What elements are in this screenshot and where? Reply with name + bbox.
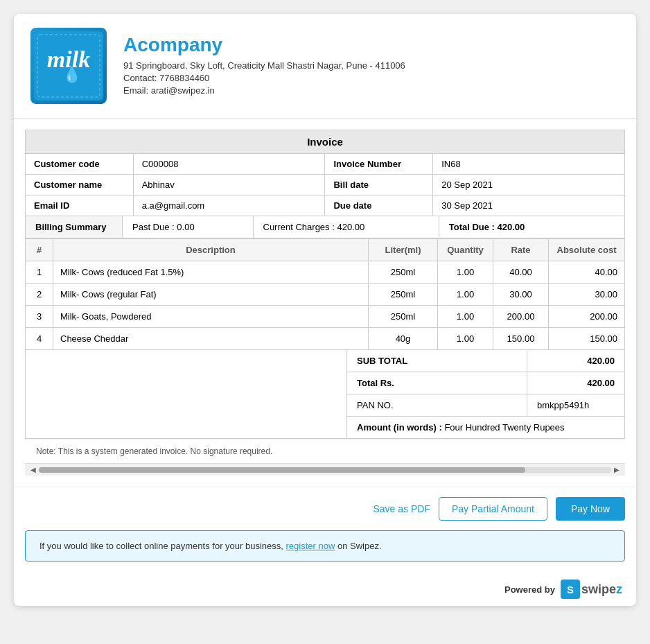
sub-total-row: SUB TOTAL 420.00 — [347, 350, 624, 372]
billing-summary-label: Billing Summary — [26, 216, 123, 238]
table-row: 1 Milk- Cows (reduced Fat 1.5%) 250ml 1.… — [26, 261, 625, 284]
scrollbar-track[interactable] — [39, 467, 611, 473]
svg-text:S: S — [567, 584, 574, 595]
billing-summary: Billing Summary Past Due : 0.00 Current … — [25, 216, 625, 238]
company-info: Acompany 91 Springboard, Sky Loft, Creat… — [123, 34, 405, 98]
row-description: Milk- Cows (reduced Fat 1.5%) — [53, 261, 369, 284]
col-num: # — [26, 239, 53, 261]
promo-banner: If you would like to collect online paym… — [25, 530, 625, 562]
items-table: # Description Liter(ml) Quantity Rate Ab… — [25, 238, 625, 350]
col-quantity: Quantity — [438, 239, 493, 261]
row-cost: 40.00 — [549, 261, 625, 284]
col-cost: Absolute cost — [549, 239, 625, 261]
table-row: 2 Milk- Cows (regular Fat) 250ml 1.00 30… — [26, 284, 625, 306]
svg-text:💧: 💧 — [62, 65, 82, 84]
amount-words-row: Amount (in words) : Four Hundred Twenty … — [347, 417, 624, 438]
total-value: 420.00 — [527, 372, 624, 394]
pan-label: PAN NO. — [347, 394, 527, 416]
amount-words-text: Amount (in words) : Four Hundred Twenty … — [347, 417, 574, 438]
customer-name-label: Customer name — [26, 175, 134, 195]
register-now-link[interactable]: register now — [286, 541, 335, 551]
summary-section: SUB TOTAL 420.00 Total Rs. 420.00 PAN NO… — [25, 350, 625, 439]
row-rate: 30.00 — [493, 284, 549, 306]
pay-partial-button[interactable]: Pay Partial Amount — [439, 497, 547, 521]
scroll-right-arrow[interactable]: ▶ — [611, 466, 622, 473]
row-cost: 200.00 — [549, 306, 625, 328]
email-id-label: Email ID — [26, 195, 134, 216]
action-bar: Save as PDF Pay Partial Amount Pay Now — [14, 487, 636, 530]
col-description: Description — [53, 239, 369, 261]
pan-row: PAN NO. bmkpp5491h — [347, 394, 624, 417]
summary-left-empty — [26, 350, 347, 438]
customer-name-value: Abhinav — [133, 175, 325, 195]
sub-total-label: SUB TOTAL — [347, 350, 527, 372]
table-row: 3 Milk- Goats, Powdered 250ml 1.00 200.0… — [26, 306, 625, 328]
table-row: 4 Cheese Cheddar 40g 1.00 150.00 150.00 — [26, 328, 625, 350]
pay-now-button[interactable]: Pay Now — [556, 497, 625, 521]
row-num: 2 — [26, 284, 53, 306]
invoice-container: Invoice Customer code C000008 Invoice Nu… — [14, 130, 636, 487]
row-description: Milk- Cows (regular Fat) — [53, 284, 369, 306]
promo-text-before: If you would like to collect online paym… — [39, 541, 286, 551]
email-id-value: a.a@gmail.com — [133, 195, 325, 216]
row-cost: 150.00 — [549, 328, 625, 350]
row-cost: 30.00 — [549, 284, 625, 306]
customer-code-label: Customer code — [26, 154, 134, 175]
row-liter: 250ml — [369, 261, 438, 284]
company-contact: Contact: 7768834460 — [123, 73, 405, 83]
row-num: 3 — [26, 306, 53, 328]
row-quantity: 1.00 — [438, 328, 493, 350]
amount-words-value: Four Hundred Twenty Rupees — [444, 422, 564, 433]
summary-right: SUB TOTAL 420.00 Total Rs. 420.00 PAN NO… — [347, 350, 624, 438]
scroll-left-arrow[interactable]: ◀ — [28, 466, 39, 473]
row-rate: 200.00 — [493, 306, 549, 328]
scrollbar-area[interactable]: ◀ ▶ — [25, 463, 625, 476]
total-label: Total Rs. — [347, 372, 527, 394]
col-liter: Liter(ml) — [369, 239, 438, 261]
total-due-cell: Total Due : 420.00 — [439, 216, 624, 238]
row-num: 1 — [26, 261, 53, 284]
row-liter: 40g — [369, 328, 438, 350]
pan-value: bmkpp5491h — [527, 394, 624, 416]
row-quantity: 1.00 — [438, 261, 493, 284]
row-description: Cheese Cheddar — [53, 328, 369, 350]
invoice-title: Invoice — [25, 130, 625, 153]
bill-date-value: 20 Sep 2021 — [433, 175, 625, 195]
sub-total-value: 420.00 — [527, 350, 624, 372]
total-row: Total Rs. 420.00 — [347, 372, 624, 394]
promo-text-after: on Swipez. — [335, 541, 381, 551]
current-charges-cell: Current Charges : 420.00 — [254, 216, 439, 238]
scrollbar-thumb[interactable] — [39, 467, 525, 473]
invoice-page: milk 💧 Acompany 91 Springboard, Sky Loft… — [14, 14, 636, 606]
info-table: Customer code C000008 Invoice Number IN6… — [25, 153, 625, 216]
company-address: 91 Springboard, Sky Loft, Creaticity Mal… — [123, 60, 405, 71]
customer-code-value: C000008 — [133, 154, 325, 175]
save-pdf-button[interactable]: Save as PDF — [373, 503, 430, 514]
row-quantity: 1.00 — [438, 284, 493, 306]
due-date-label: Due date — [325, 195, 433, 216]
company-name: Acompany — [123, 34, 405, 56]
invoice-number-label: Invoice Number — [325, 154, 433, 175]
row-num: 4 — [26, 328, 53, 350]
company-logo: milk 💧 — [30, 28, 107, 104]
swipez-logo: S swipez — [561, 580, 622, 599]
invoice-number-value: IN68 — [433, 154, 625, 175]
header: milk 💧 Acompany 91 Springboard, Sky Loft… — [14, 14, 636, 119]
past-due-cell: Past Due : 0.00 — [123, 216, 254, 238]
row-liter: 250ml — [369, 284, 438, 306]
invoice-note: Note: This is a system generated invoice… — [25, 439, 625, 463]
company-email: Email: arati@swipez.in — [123, 85, 405, 96]
bill-date-label: Bill date — [325, 175, 433, 195]
row-liter: 250ml — [369, 306, 438, 328]
row-rate: 40.00 — [493, 261, 549, 284]
due-date-value: 30 Sep 2021 — [433, 195, 625, 216]
amount-words-label: Amount (in words) : — [357, 422, 442, 433]
powered-by-text: Powered by — [504, 584, 555, 595]
row-rate: 150.00 — [493, 328, 549, 350]
row-description: Milk- Goats, Powdered — [53, 306, 369, 328]
footer: Powered by S swipez — [14, 573, 636, 606]
col-rate: Rate — [493, 239, 549, 261]
row-quantity: 1.00 — [438, 306, 493, 328]
